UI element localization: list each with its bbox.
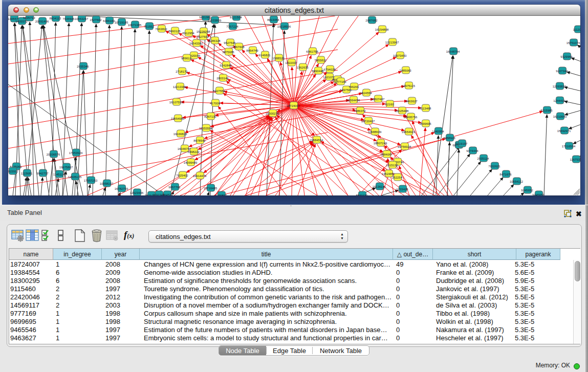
svg-text:15751074: 15751074 (567, 41, 580, 45)
svg-text:9245652: 9245652 (521, 189, 533, 192)
svg-text:19166825: 19166825 (173, 133, 187, 136)
svg-text:7663822: 7663822 (155, 28, 167, 31)
svg-text:8121504: 8121504 (230, 16, 242, 19)
svg-text:17016504: 17016504 (562, 145, 576, 148)
svg-text:16210643: 16210643 (553, 115, 567, 118)
svg-text:8958928: 8958928 (443, 137, 455, 140)
svg-text:19218506: 19218506 (277, 25, 291, 28)
svg-text:12213389: 12213389 (173, 85, 187, 89)
svg-text:8454749: 8454749 (246, 49, 258, 52)
svg-text:9245653: 9245653 (532, 193, 545, 196)
svg-text:6961758: 6961758 (306, 50, 318, 53)
svg-text:10654112: 10654112 (510, 180, 524, 183)
svg-text:9942737: 9942737 (36, 172, 49, 175)
svg-text:16543382: 16543382 (189, 42, 203, 45)
svg-text:10807487: 10807487 (371, 98, 385, 101)
svg-text:8113468: 8113468 (420, 107, 432, 110)
svg-text:8912954: 8912954 (182, 32, 194, 35)
svg-text:1362635: 1362635 (296, 66, 309, 69)
svg-text:8841120: 8841120 (356, 194, 368, 196)
svg-text:751552: 751552 (144, 25, 155, 28)
svg-text:7485063: 7485063 (399, 69, 411, 72)
svg-text:8990448: 8990448 (312, 70, 324, 73)
svg-text:9227342: 9227342 (556, 70, 568, 73)
svg-text:9527500: 9527500 (197, 35, 209, 38)
svg-text:9535713: 9535713 (23, 16, 35, 19)
svg-text:7625402: 7625402 (176, 174, 188, 177)
svg-text:8186328: 8186328 (208, 39, 221, 42)
svg-text:19654923: 19654923 (402, 130, 416, 134)
svg-text:6794028: 6794028 (323, 68, 336, 71)
svg-text:15136141: 15136141 (373, 185, 386, 188)
svg-text:5498222: 5498222 (187, 150, 200, 154)
svg-text:16154808: 16154808 (375, 28, 389, 31)
svg-text:12923446: 12923446 (130, 191, 144, 194)
svg-text:2935114: 2935114 (477, 157, 490, 160)
svg-text:18724007: 18724007 (287, 104, 300, 107)
svg-text:9777169: 9777169 (334, 80, 346, 83)
svg-text:1115681: 1115681 (21, 172, 33, 175)
svg-text:111203: 111203 (573, 28, 580, 31)
svg-text:16107553: 16107553 (169, 101, 183, 104)
svg-text:10958107: 10958107 (100, 182, 114, 185)
svg-text:12505135: 12505135 (68, 176, 82, 179)
svg-text:7386372: 7386372 (354, 110, 366, 113)
svg-text:7632621: 7632621 (488, 165, 500, 168)
svg-text:1588520: 1588520 (272, 57, 285, 60)
svg-text:9146821: 9146821 (258, 54, 271, 57)
svg-text:19884554: 19884554 (310, 139, 323, 142)
svg-text:17957253: 17957253 (84, 179, 98, 182)
svg-text:6466160: 6466160 (103, 19, 115, 23)
svg-text:1145114: 1145114 (53, 173, 65, 176)
svg-text:9329966: 9329966 (560, 55, 573, 58)
svg-text:1822037: 1822037 (285, 61, 297, 64)
svg-text:10719185: 10719185 (115, 21, 128, 24)
svg-text:8190822: 8190822 (215, 194, 227, 196)
svg-text:12975115: 12975115 (402, 84, 416, 87)
svg-text:8813054: 8813054 (267, 18, 279, 21)
svg-text:9242845: 9242845 (220, 64, 232, 67)
svg-text:12093822: 12093822 (553, 85, 567, 88)
svg-text:3875685: 3875685 (222, 51, 234, 54)
svg-text:18807249: 18807249 (374, 142, 387, 145)
svg-text:15692971: 15692971 (557, 129, 571, 133)
svg-text:417006: 417006 (210, 102, 221, 105)
svg-text:1640954: 1640954 (432, 130, 444, 133)
svg-text:746266: 746266 (349, 85, 359, 89)
svg-text:16914479: 16914479 (193, 174, 207, 178)
svg-text:19654985: 19654985 (171, 117, 185, 120)
svg-text:9527546: 9527546 (224, 41, 236, 45)
svg-text:3824554: 3824554 (360, 92, 372, 95)
svg-text:989612: 989612 (181, 57, 192, 60)
svg-text:10671385: 10671385 (128, 24, 142, 27)
svg-text:8215985: 8215985 (540, 109, 553, 112)
svg-text:10025488: 10025488 (395, 110, 409, 113)
svg-text:8660125: 8660125 (168, 30, 181, 33)
svg-text:15720407: 15720407 (361, 120, 375, 123)
svg-text:16782759: 16782759 (115, 187, 128, 190)
svg-text:7955812: 7955812 (314, 59, 326, 62)
svg-text:11353594: 11353594 (199, 127, 213, 130)
svg-text:8604113: 8604113 (50, 17, 62, 20)
svg-text:19756928: 19756928 (398, 145, 411, 148)
svg-text:9119197: 9119197 (456, 142, 468, 145)
svg-text:8267130: 8267130 (204, 115, 216, 118)
svg-text:10653267: 10653267 (75, 17, 89, 20)
svg-text:1527602: 1527602 (90, 18, 102, 21)
svg-text:1244419: 1244419 (553, 99, 565, 102)
svg-text:8471676: 8471676 (499, 173, 512, 176)
svg-text:9474444: 9474444 (466, 149, 478, 152)
svg-text:1733426: 1733426 (396, 188, 408, 191)
svg-text:2867608: 2867608 (232, 46, 245, 49)
svg-text:1192345: 1192345 (153, 193, 165, 196)
svg-text:15716485: 15716485 (204, 187, 217, 190)
svg-text:2087682: 2087682 (365, 19, 378, 22)
svg-text:19975867: 19975867 (59, 166, 73, 169)
svg-text:8678542: 8678542 (193, 139, 206, 142)
svg-text:20364456: 20364456 (346, 99, 360, 102)
svg-text:20691406: 20691406 (35, 20, 49, 23)
svg-text:10973493: 10973493 (393, 54, 407, 57)
svg-text:1167533: 1167533 (570, 158, 580, 161)
svg-text:16648784: 16648784 (446, 50, 460, 53)
svg-text:2803144: 2803144 (216, 77, 229, 80)
